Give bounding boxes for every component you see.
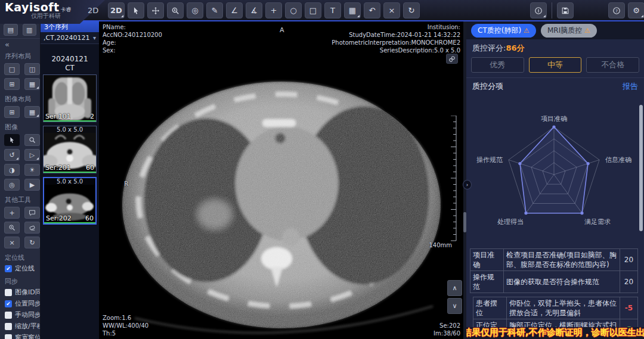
report-panel-tool-button[interactable]: ▥ [23,24,37,36]
invert-tool-button[interactable]: ◑ [4,164,20,176]
target-tool-button[interactable]: ◎ [187,2,203,18]
cobb-angle-tool-button[interactable]: ∡ [246,2,262,18]
cursor-tool-button[interactable] [128,2,144,18]
series-thumbnail-202[interactable]: 5.0 x 5.0 Ser:202 60 [43,177,97,225]
sync-option-row[interactable]: 缩放/平移 [0,321,40,332]
sq1-icon: □ [9,66,15,73]
collapse-sidebar-button[interactable]: « [0,39,40,49]
eraser-icon [29,224,36,231]
sync-option-3-checkbox[interactable] [5,323,12,330]
grid2-icon: ⊞ [9,81,14,88]
study-dropdown[interactable]: ,CT,20240121 [41,32,99,44]
info-tool-button[interactable] [530,2,547,18]
positioning-line-checkbox[interactable] [5,265,12,272]
comment-tool-button[interactable] [24,207,40,219]
angle-tool-button[interactable]: ∠ [226,2,243,18]
delete-tool-button[interactable]: × [383,2,400,18]
pencil-measure-tool-button[interactable]: ✎ [206,2,223,18]
magnify-tool-button[interactable] [24,134,40,146]
brightness-tool-button[interactable]: ☀ [24,164,40,176]
load-progress-bar [44,120,96,122]
sync-option-row[interactable]: 窗宽窗位 [0,332,40,339]
layout-1x2-tool-button[interactable]: ◫ [24,63,40,75]
reset-tool-button[interactable]: ↻ [403,2,420,18]
mode-2d-tool-button[interactable]: 2D [108,2,125,18]
report-link[interactable]: 报告 [623,81,638,91]
link-series-button[interactable] [446,54,458,64]
settings-tool-button[interactable]: ⚙ [628,2,644,18]
localizer-tool-button[interactable]: ◎ [4,179,20,191]
series-description: 5.0 x 5.0 [44,178,95,185]
age-label: Age: [103,39,162,46]
scrollbar-thumb[interactable] [463,212,466,232]
qc-score-label: 质控评分: [472,43,506,52]
patient-info-overlay: PName: AccNO:2401210200 Age: Sex: [103,23,162,54]
qc-item-name: 操作规范 [470,271,504,293]
qc-item-description: 仰卧位，双臂上举抱头，患者体位摆放合适，无明显偏斜 [507,297,620,319]
sync-option-4-checkbox[interactable] [5,334,12,339]
cursor-tool-button[interactable] [4,134,20,146]
sync-option-0-label: 图像ID同步 [15,288,41,297]
grade-medium-button[interactable]: 中等 [529,57,582,73]
left-toolbox: ▤▥ « 序列布局□◫⊞▦图像布局⊞▦图像↺▷◑☀◎▶其他工具+×↻ 定位线 定… [0,21,41,339]
series-thumbnail-101[interactable]: Ser:101 2 [43,74,97,122]
tab-ct-lung-qc[interactable]: CT质控(肺部) [471,24,536,38]
image-layout-2x2-tool-button[interactable]: ⊞ [4,106,20,118]
ruler-length-label: 140mm [414,242,452,248]
rotate-tool-button[interactable]: ↺ [4,149,20,161]
help-tool-button[interactable]: ? [608,2,625,18]
sync-option-1-checkbox[interactable] [5,300,12,307]
view-status-overlay: Zoom:1.6 WW/WL:400/40 Th:5 [103,314,148,337]
qc-item-result: 20 [620,249,638,271]
crosshair-tool-button[interactable]: + [265,2,282,18]
viewer-layout-tool-button[interactable]: ▤ [4,24,18,36]
series-thumbnail-201[interactable]: 5.0 x 5.0 Ser:201 60 [43,126,97,173]
pan-tool-button[interactable] [147,2,164,18]
grade-fail-button[interactable]: 不合格 [586,57,639,73]
orientation-right-marker: R [124,180,129,188]
cine-play-tool-button[interactable]: ▶ [24,179,40,191]
ai-detect-tool-button[interactable] [4,222,20,234]
panel-scrollbar-thumb[interactable] [639,105,643,231]
layout-2x2-tool-button[interactable]: ⊞ [4,78,20,90]
toolbar-divider [552,2,552,18]
image-layout-3x3-tool-button[interactable]: ▦ [24,106,40,118]
layout-1x1-tool-button[interactable]: □ [4,63,20,75]
sync-option-row[interactable]: 位置同步 [0,298,40,309]
zoom-in-tool-button[interactable] [167,2,184,18]
chevron-up-icon: ∧ [452,284,457,292]
load-progress-bar [44,172,96,173]
ellipse-tool-button[interactable]: ○ [285,2,302,18]
sync-option-2-checkbox[interactable] [5,312,12,319]
save-tool-button[interactable] [557,2,574,18]
text-annotation-tool-button[interactable]: T [324,2,341,18]
delete-tool-button[interactable]: × [4,237,20,248]
dicom-qc-app: Kayisoft 卡睿 仅用于科研 2D 2D◎✎∠∡+○□T▦↶×↻ ?⚙ ▤… [0,0,644,339]
layout-3x3-tool-button[interactable]: ▦ [24,78,40,90]
eraser-tool-button[interactable] [24,222,40,234]
collapse-qc-panel-button[interactable]: › [463,180,472,189]
warning-icon [524,26,530,35]
grid2-icon: ⊞ [9,109,14,116]
flip-tool-button[interactable]: ▷ [24,149,40,161]
sync-option-row[interactable]: 图像ID同步 [0,287,40,298]
sync-option-row[interactable]: 手动同步 [0,309,40,321]
save-icon [561,7,569,15]
previous-image-button[interactable]: ∧ [447,280,462,296]
reset-tool-button[interactable]: ↻ [24,237,40,248]
chevron-down-icon: ∨ [452,302,457,310]
crosshair-tool-button[interactable]: + [4,207,20,219]
image-viewport[interactable]: PName: AccNO:2401210200 Age: Sex: Instit… [99,21,466,339]
tab-mri-brain-qc[interactable]: MRI脑质控 [541,24,597,38]
sync-option-2-label: 手动同步 [15,310,41,319]
next-image-button[interactable]: ∨ [447,298,462,314]
positioning-line-checkbox-row[interactable]: 定位线 [0,263,40,274]
sync-option-0-checkbox[interactable] [5,289,12,296]
undo-tool-button[interactable]: ↶ [364,2,380,18]
rectangle-tool-button[interactable]: □ [305,2,321,18]
window-level-tool-button[interactable]: ▦ [344,2,361,18]
svg-text:项目准确: 项目准确 [541,115,567,123]
delete-icon: × [9,240,14,246]
rotate-icon: ↺ [9,152,14,158]
grade-excellent-button[interactable]: 优秀 [471,57,524,73]
